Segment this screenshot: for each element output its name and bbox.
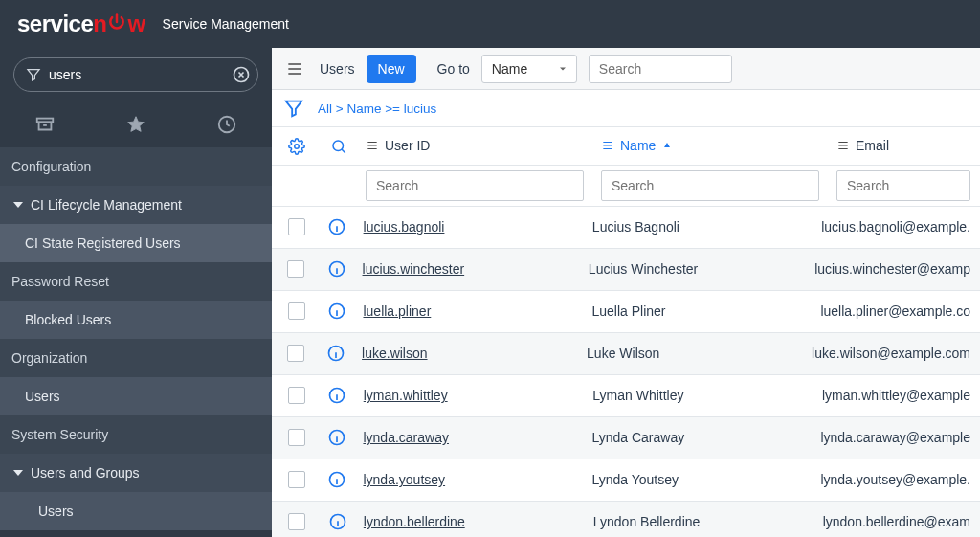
breadcrumb-bar: All > Name >= lucius (272, 90, 980, 127)
row-checkbox[interactable] (287, 260, 304, 278)
row-preview-button[interactable] (327, 470, 346, 489)
app-title: Service Management (163, 16, 289, 32)
list-title: Users (320, 61, 355, 77)
row-checkbox[interactable] (288, 302, 305, 320)
row-checkbox[interactable] (288, 387, 305, 404)
info-icon (327, 428, 346, 447)
user-name-cell: Lyman Whittley (592, 388, 683, 403)
header-search-button[interactable] (330, 138, 347, 155)
user-id-link[interactable]: lynda.caraway (363, 430, 449, 445)
row-preview-button[interactable] (327, 259, 346, 279)
goto-field-select[interactable]: Name (481, 55, 577, 83)
col-header-user-id[interactable]: User ID (366, 138, 430, 153)
nav-filter[interactable] (13, 57, 258, 92)
row-preview-button[interactable] (327, 217, 346, 236)
row-preview-button[interactable] (326, 344, 345, 363)
goto-label: Go to (437, 61, 470, 77)
breadcrumb: All > Name >= lucius (318, 101, 436, 116)
list-menu-button[interactable] (281, 56, 308, 82)
list-icon (836, 139, 850, 152)
filter-user-id[interactable] (366, 170, 584, 201)
caret-down-icon (13, 202, 23, 208)
user-name-cell: Lynda Youtsey (591, 472, 679, 487)
filter-name[interactable] (601, 170, 819, 201)
user-id-link[interactable]: luella.pliner (363, 303, 431, 319)
user-id-link[interactable]: lucius.winchester (363, 261, 465, 277)
chevron-down-icon (557, 63, 568, 75)
nav-section-organization[interactable]: Organization (0, 339, 272, 377)
row-preview-button[interactable] (327, 428, 346, 447)
list-icon (366, 139, 379, 152)
user-email-cell: lyman.whittley@example (822, 388, 970, 403)
user-id-link[interactable]: lyndon.bellerdine (364, 514, 465, 529)
nav-tab-history[interactable] (216, 114, 237, 135)
nav-item-ss-users[interactable]: Users (0, 492, 272, 530)
app-header: service n w Service Management (0, 0, 980, 48)
grid-rows: lucius.bagnoli Lucius Bagnoli lucius.bag… (272, 207, 980, 537)
funnel-icon (26, 67, 41, 82)
row-checkbox[interactable] (288, 513, 305, 530)
logo[interactable]: service n w (17, 11, 145, 37)
new-button[interactable]: New (367, 55, 416, 83)
nav-item-ci-lifecycle[interactable]: CI Lifecycle Management (0, 186, 272, 224)
logo-w-text: w (127, 11, 145, 37)
user-name-cell: Luella Pliner (591, 303, 665, 319)
nav-item-blocked-users[interactable]: Blocked Users (0, 301, 272, 339)
table-row: lucius.bagnoli Lucius Bagnoli lucius.bag… (272, 207, 980, 249)
list-toolbar: Users New Go to Name (272, 48, 980, 90)
clear-icon[interactable] (231, 64, 252, 85)
power-icon (107, 12, 126, 32)
col-header-name[interactable]: Name (601, 138, 673, 153)
row-checkbox[interactable] (287, 345, 304, 362)
row-checkbox[interactable] (288, 471, 305, 488)
table-row: lynda.caraway Lynda Caraway lynda.carawa… (272, 417, 980, 459)
breadcrumb-all[interactable]: All (318, 101, 332, 116)
filter-funnel-button[interactable] (283, 98, 304, 119)
user-id-link[interactable]: lyman.whittley (364, 388, 448, 403)
nav-tab-favorites[interactable] (125, 114, 146, 135)
nav-section-password-reset[interactable]: Password Reset (0, 262, 272, 301)
logo-n-text: n (93, 11, 106, 37)
row-checkbox[interactable] (288, 218, 305, 235)
main-content: Users New Go to Name All > Name >= luciu… (272, 48, 980, 537)
nav-tabs (0, 101, 272, 147)
sort-asc-icon (661, 140, 673, 151)
left-nav: Configuration CI Lifecycle Management CI… (0, 48, 272, 537)
row-preview-button[interactable] (327, 302, 346, 321)
clock-icon (216, 114, 237, 135)
nav-filter-input[interactable] (49, 67, 231, 82)
logo-service-text: service (17, 11, 93, 37)
goto-field-value: Name (492, 61, 527, 77)
col-header-email[interactable]: Email (836, 138, 889, 153)
grid-filter-row (272, 166, 980, 207)
breadcrumb-query[interactable]: Name >= lucius (346, 101, 436, 116)
personalize-columns-button[interactable] (288, 138, 305, 155)
row-preview-button[interactable] (328, 512, 347, 531)
user-id-link[interactable]: lynda.youtsey (363, 472, 445, 487)
nav-tab-all[interactable] (34, 114, 56, 135)
info-icon (326, 344, 345, 363)
user-id-link[interactable]: lucius.bagnoli (364, 219, 445, 235)
goto-search-input[interactable] (589, 55, 732, 83)
filter-email[interactable] (836, 170, 970, 201)
user-id-link[interactable]: luke.wilson (362, 346, 427, 361)
gear-icon (288, 138, 305, 155)
info-icon (327, 470, 346, 489)
menu-icon (285, 59, 304, 78)
caret-down-icon (13, 470, 23, 476)
table-row: luella.pliner Luella Pliner luella.pline… (272, 291, 980, 333)
star-icon (125, 114, 146, 135)
grid-header: User ID Name (272, 127, 980, 165)
nav-item-users-groups[interactable]: Users and Groups (0, 454, 272, 492)
svg-point-3 (295, 144, 300, 148)
row-preview-button[interactable] (327, 386, 346, 405)
nav-item-org-users[interactable]: Users (0, 377, 272, 415)
nav-section-system-security[interactable]: System Security (0, 415, 272, 454)
row-checkbox[interactable] (288, 429, 305, 446)
search-icon (330, 138, 347, 155)
svg-rect-1 (37, 118, 54, 122)
nav-item-ci-state-users[interactable]: CI State Registered Users (0, 224, 272, 262)
list-icon (601, 139, 614, 152)
table-row: lynda.youtsey Lynda Youtsey lynda.youtse… (272, 459, 980, 502)
nav-section-configuration[interactable]: Configuration (0, 147, 272, 186)
